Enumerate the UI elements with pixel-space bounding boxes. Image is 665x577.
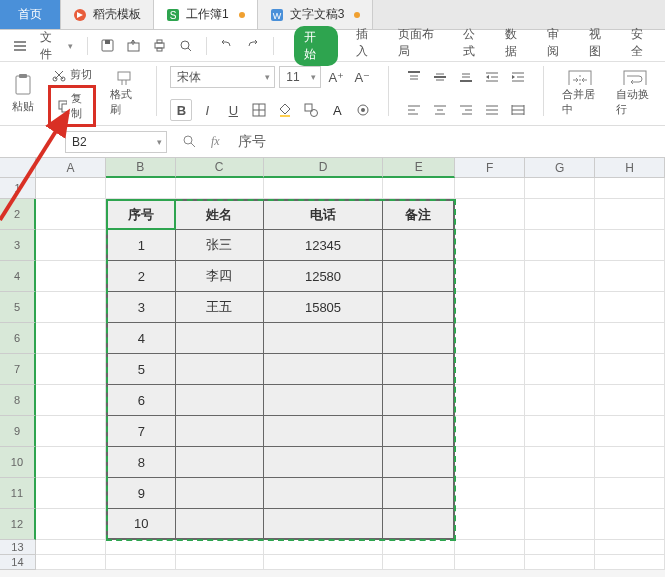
ribbon-tab-review[interactable]: 审阅 bbox=[547, 26, 571, 66]
select-all-corner[interactable] bbox=[0, 158, 36, 178]
row-header[interactable]: 5 bbox=[0, 292, 36, 323]
cell[interactable] bbox=[264, 540, 384, 555]
cell[interactable]: 9 bbox=[106, 478, 176, 509]
cell[interactable] bbox=[595, 416, 665, 447]
distribute-icon[interactable] bbox=[507, 99, 529, 121]
cut-button[interactable]: 剪切 bbox=[48, 66, 96, 83]
cell[interactable] bbox=[176, 178, 264, 199]
align-center-icon[interactable] bbox=[429, 99, 451, 121]
cell[interactable] bbox=[525, 292, 595, 323]
cell[interactable]: 10 bbox=[106, 509, 176, 540]
cell[interactable] bbox=[595, 261, 665, 292]
cell[interactable] bbox=[525, 509, 595, 540]
cell[interactable] bbox=[36, 385, 106, 416]
merge-center-button[interactable]: 合并居中 bbox=[558, 66, 603, 121]
cell[interactable] bbox=[383, 230, 455, 261]
row-header[interactable]: 2 bbox=[0, 199, 36, 230]
cell[interactable] bbox=[595, 555, 665, 570]
indent-increase-icon[interactable] bbox=[507, 66, 529, 88]
cell[interactable] bbox=[525, 261, 595, 292]
italic-button[interactable]: I bbox=[196, 99, 218, 121]
ribbon-tab-data[interactable]: 数据 bbox=[505, 26, 529, 66]
cell[interactable] bbox=[176, 416, 264, 447]
cell[interactable] bbox=[595, 178, 665, 199]
cell[interactable] bbox=[383, 416, 455, 447]
cell[interactable] bbox=[264, 416, 384, 447]
col-header[interactable]: F bbox=[455, 158, 525, 178]
cell[interactable] bbox=[455, 178, 525, 199]
cell[interactable] bbox=[595, 354, 665, 385]
cell[interactable] bbox=[525, 323, 595, 354]
bold-button[interactable]: B bbox=[170, 99, 192, 121]
cell[interactable]: 7 bbox=[106, 416, 176, 447]
cell[interactable]: 15805 bbox=[264, 292, 384, 323]
cell[interactable] bbox=[264, 178, 384, 199]
tab-workbook1[interactable]: S 工作簿1 bbox=[154, 0, 258, 29]
cell[interactable] bbox=[36, 230, 106, 261]
cell[interactable] bbox=[595, 385, 665, 416]
cell[interactable]: 1 bbox=[106, 230, 176, 261]
file-menu[interactable]: 文件 ▾ bbox=[36, 27, 77, 65]
cell[interactable] bbox=[36, 555, 106, 570]
cell[interactable] bbox=[36, 292, 106, 323]
cell[interactable] bbox=[106, 178, 176, 199]
cell[interactable] bbox=[595, 323, 665, 354]
cell[interactable] bbox=[455, 416, 525, 447]
align-middle-icon[interactable] bbox=[429, 66, 451, 88]
col-header[interactable]: E bbox=[383, 158, 455, 178]
font-name-select[interactable]: 宋体 bbox=[170, 66, 275, 88]
cell[interactable] bbox=[455, 199, 525, 230]
cell[interactable] bbox=[264, 447, 384, 478]
tab-home[interactable]: 首页 bbox=[0, 0, 61, 29]
fill-color-button[interactable] bbox=[274, 99, 296, 121]
ribbon-tab-view[interactable]: 视图 bbox=[589, 26, 613, 66]
cell[interactable] bbox=[383, 323, 455, 354]
cell[interactable] bbox=[264, 385, 384, 416]
align-left-icon[interactable] bbox=[403, 99, 425, 121]
cell[interactable] bbox=[36, 416, 106, 447]
cell[interactable] bbox=[176, 385, 264, 416]
cell[interactable] bbox=[455, 354, 525, 385]
row-header[interactable]: 12 bbox=[0, 509, 36, 540]
indent-decrease-icon[interactable] bbox=[481, 66, 503, 88]
cell[interactable] bbox=[455, 385, 525, 416]
row-header[interactable]: 3 bbox=[0, 230, 36, 261]
print-icon[interactable] bbox=[150, 36, 170, 56]
cell[interactable] bbox=[36, 199, 106, 230]
cell[interactable]: 4 bbox=[106, 323, 176, 354]
underline-button[interactable]: U bbox=[222, 99, 244, 121]
output-icon[interactable] bbox=[124, 36, 144, 56]
cell[interactable] bbox=[176, 447, 264, 478]
ribbon-tab-home[interactable]: 开始 bbox=[294, 26, 338, 66]
col-header[interactable]: C bbox=[176, 158, 264, 178]
formula-input[interactable]: 序号 bbox=[232, 131, 655, 153]
cell[interactable] bbox=[455, 509, 525, 540]
ribbon-tab-security[interactable]: 安全 bbox=[631, 26, 655, 66]
row-header[interactable]: 14 bbox=[0, 555, 36, 570]
cell[interactable] bbox=[595, 509, 665, 540]
cell[interactable] bbox=[525, 199, 595, 230]
cell[interactable] bbox=[455, 447, 525, 478]
shape-button[interactable] bbox=[300, 99, 322, 121]
align-right-icon[interactable] bbox=[455, 99, 477, 121]
justify-icon[interactable] bbox=[481, 99, 503, 121]
cell[interactable]: 8 bbox=[106, 447, 176, 478]
cell[interactable] bbox=[455, 540, 525, 555]
cell[interactable] bbox=[383, 447, 455, 478]
col-header[interactable]: A bbox=[36, 158, 106, 178]
cell[interactable] bbox=[455, 292, 525, 323]
align-top-icon[interactable] bbox=[403, 66, 425, 88]
row-header[interactable]: 4 bbox=[0, 261, 36, 292]
undo-icon[interactable] bbox=[217, 36, 237, 56]
font-size-select[interactable]: 11 bbox=[279, 66, 321, 88]
cell[interactable]: 张三 bbox=[176, 230, 264, 261]
cell[interactable] bbox=[525, 540, 595, 555]
name-box[interactable]: B2 bbox=[65, 131, 167, 153]
cell[interactable] bbox=[36, 447, 106, 478]
save-icon[interactable] bbox=[98, 36, 118, 56]
cell[interactable]: 5 bbox=[106, 354, 176, 385]
paste-button[interactable]: 粘贴 bbox=[8, 66, 38, 121]
cell[interactable] bbox=[525, 230, 595, 261]
cell[interactable] bbox=[264, 478, 384, 509]
cell[interactable] bbox=[176, 354, 264, 385]
